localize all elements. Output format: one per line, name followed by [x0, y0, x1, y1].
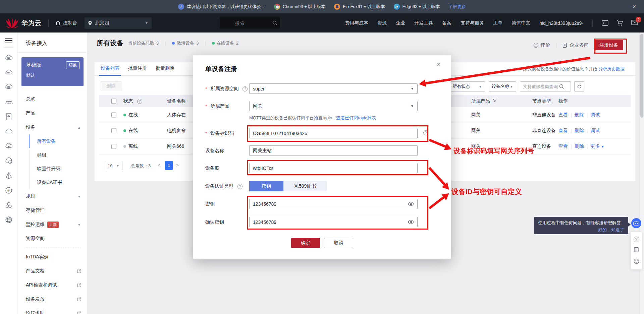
device-code-field[interactable]	[249, 128, 418, 138]
page-scrollbar[interactable]	[639, 33, 644, 314]
cloud-dots-icon[interactable]	[0, 65, 17, 80]
sidebar-item-device-provisioning[interactable]: 设备发放	[17, 292, 87, 306]
eye-icon[interactable]	[408, 202, 414, 206]
group-circles-icon[interactable]	[0, 198, 17, 212]
auth-secret-tab[interactable]: 密钥	[249, 181, 283, 191]
cancel-button[interactable]: 取消	[324, 238, 353, 248]
sidebar-item-firmware-upgrade[interactable]: 软固件升级	[30, 162, 87, 176]
switch-edition-button[interactable]: 切换	[66, 61, 79, 69]
scrollbar-thumb[interactable]	[640, 34, 643, 118]
sidebar-item-api-explorer[interactable]: API检索和调试	[17, 278, 87, 292]
device-id-input[interactable]	[253, 166, 400, 171]
ip-circle-icon[interactable]: IP	[0, 183, 17, 198]
confirm-button[interactable]: 确定	[291, 238, 320, 248]
account-name[interactable]: hid_h28td393juu2s9-	[539, 20, 583, 26]
globe-icon[interactable]	[0, 212, 17, 227]
sidebar-item-resource-space[interactable]: 资源空间	[17, 232, 87, 246]
cloud-icon[interactable]	[0, 124, 17, 139]
cloud-clock-icon[interactable]	[0, 153, 17, 168]
sidebar-item-device-ca[interactable]: 设备CA证书	[30, 176, 87, 189]
row-checkbox[interactable]	[111, 113, 116, 118]
sidebar-item-products[interactable]: 产品	[17, 106, 87, 120]
delete-link[interactable]: 删除	[575, 128, 584, 134]
console-link[interactable]: 控制台	[55, 20, 77, 26]
question-circle-icon[interactable]: ?	[137, 99, 142, 104]
select-all-checkbox[interactable]	[111, 99, 116, 104]
delete-link[interactable]: 删除	[575, 143, 584, 149]
sidebar-item-devices[interactable]: 设备▲	[17, 120, 87, 134]
auth-x509-tab[interactable]: X.509证书	[283, 181, 327, 191]
smart-assistant-button[interactable]	[631, 218, 641, 228]
nav-item-enterprise[interactable]: 企业	[396, 20, 405, 26]
huawei-logo[interactable]	[5, 17, 19, 29]
cloud-server-icon[interactable]	[0, 50, 17, 65]
view-link[interactable]: 查看	[558, 128, 568, 134]
device-id-field[interactable]	[249, 163, 418, 173]
cloud-upload-icon[interactable]	[0, 139, 17, 153]
confirm-secret-input[interactable]	[253, 219, 400, 225]
status-filter-dropdown[interactable]: 所有状态▼	[449, 81, 485, 91]
rate-smiley-button[interactable]	[634, 258, 639, 265]
row-checkbox[interactable]	[111, 128, 116, 133]
waves-icon[interactable]	[0, 95, 17, 109]
resource-space-select[interactable]: super▼	[249, 83, 418, 94]
learn-more-link[interactable]: 了解更多	[448, 4, 466, 10]
terminal-icon[interactable]	[602, 20, 608, 26]
sidebar-item-forum-help[interactable]: 论坛求助	[17, 306, 87, 314]
delete-button[interactable]: 删除	[101, 81, 121, 91]
prism-icon[interactable]	[0, 168, 17, 183]
view-link[interactable]: 查看	[558, 112, 568, 118]
device-tablet-icon[interactable]	[0, 109, 17, 124]
question-circle-icon[interactable]: ?	[423, 130, 428, 135]
banner-close-icon[interactable]: ×	[632, 3, 636, 10]
region-selector[interactable]: 北京四 ▼	[85, 17, 152, 29]
nav-item-ticket[interactable]: 工单	[493, 20, 502, 26]
device-search-box[interactable]	[520, 81, 571, 91]
confirm-secret-field[interactable]	[249, 217, 418, 227]
eye-icon[interactable]	[408, 220, 414, 224]
brand-name[interactable]: 华为云	[21, 19, 42, 27]
refresh-button[interactable]	[574, 81, 584, 91]
page-size-select[interactable]: 10▼	[105, 161, 122, 170]
nav-item-devtools[interactable]: 开发工具	[414, 20, 433, 26]
device-name-field[interactable]	[249, 145, 418, 156]
name-filter-dropdown[interactable]: 设备名称▼	[489, 81, 516, 91]
secret-input[interactable]	[253, 201, 400, 207]
sidebar-item-all-devices[interactable]: 所有设备	[29, 134, 87, 148]
nav-item-language[interactable]: 简体中文	[512, 20, 530, 26]
nav-item-resources[interactable]: 资源	[377, 20, 387, 26]
close-icon[interactable]: ×	[436, 60, 441, 69]
sidebar-item-groups[interactable]: 群组	[30, 148, 87, 162]
sidebar-item-monitor[interactable]: 监控运维上新▼	[17, 217, 87, 232]
view-link[interactable]: 查看	[558, 143, 568, 149]
question-circle-icon[interactable]: ?	[243, 86, 248, 91]
nav-item-billing[interactable]: 费用与成本	[345, 20, 368, 26]
search-icon[interactable]	[272, 20, 277, 25]
cloud-stack-icon[interactable]	[0, 80, 17, 95]
debug-link[interactable]: 调试	[590, 128, 600, 134]
sidebar-item-iotda-instance[interactable]: IoTDA实例	[17, 250, 87, 264]
device-name-input[interactable]	[253, 148, 400, 153]
register-device-button[interactable]: 注册设备	[594, 40, 623, 50]
sidebar-item-rules[interactable]: 规则▼	[17, 189, 87, 203]
sidebar-item-overview[interactable]: 总览	[17, 92, 87, 106]
more-link[interactable]: 更多 ▼	[590, 143, 604, 149]
tab-batch-delete[interactable]: 批量删除	[156, 65, 174, 71]
filter-funnel-icon[interactable]	[493, 99, 497, 103]
tab-device-list[interactable]: 设备列表	[101, 65, 119, 71]
rate-button[interactable]: 评价	[533, 42, 550, 48]
device-search-input[interactable]	[523, 84, 559, 89]
current-page-button[interactable]: 1	[165, 161, 173, 170]
sidebar-item-product-docs[interactable]: 产品文档	[17, 264, 87, 278]
global-search-input[interactable]	[220, 17, 280, 28]
tab-batch-register[interactable]: 批量注册	[128, 65, 147, 71]
topic-list-link[interactable]: 查看已订阅topic列表	[336, 115, 376, 120]
enterprise-consult-button[interactable]: 企业咨询	[562, 42, 588, 48]
secret-field[interactable]	[249, 199, 418, 209]
help-button[interactable]: ?	[634, 236, 639, 242]
cart-icon[interactable]	[616, 20, 623, 26]
nav-item-icp[interactable]: 备案	[442, 20, 451, 26]
assistant-dismiss-link[interactable]: 好的，知道了	[538, 227, 624, 233]
feedback-button[interactable]	[634, 247, 639, 253]
hamburger-menu-icon[interactable]	[5, 38, 12, 43]
